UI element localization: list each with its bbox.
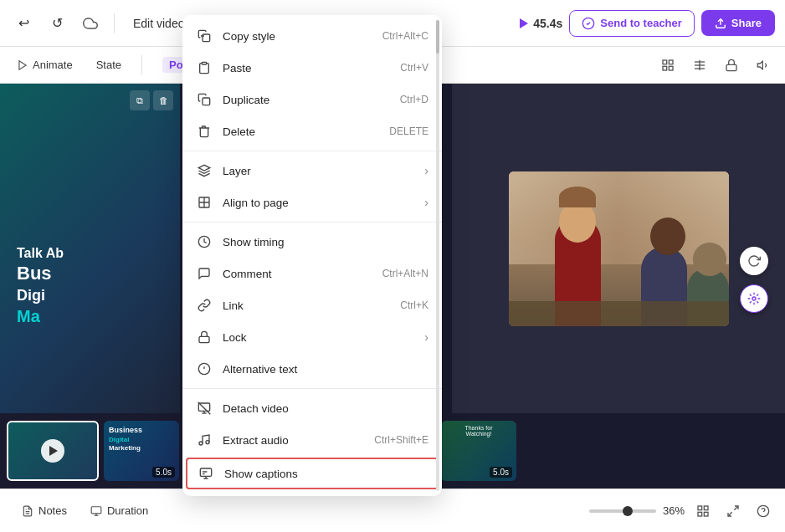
- rotate-button[interactable]: [740, 247, 768, 275]
- svg-rect-26: [698, 512, 702, 516]
- lock-arrow: ›: [424, 330, 428, 344]
- delete-icon: [196, 123, 213, 140]
- svg-rect-27: [704, 512, 708, 516]
- check-circle-icon: [582, 17, 595, 30]
- svg-rect-11: [669, 66, 673, 70]
- menu-link[interactable]: Link Ctrl+K: [182, 289, 442, 321]
- align-arrow: ›: [424, 196, 428, 209]
- toolbar-divider-1: [114, 13, 115, 33]
- video-area: [452, 84, 785, 413]
- grid-view-icon[interactable]: [691, 499, 715, 523]
- svg-marker-36: [198, 165, 209, 171]
- question-icon: [757, 504, 770, 518]
- menu-divider-2: [182, 222, 442, 223]
- menu-detach-video[interactable]: Detach video: [182, 392, 442, 424]
- menu-copy-style[interactable]: Copy style Ctrl+Alt+C: [182, 20, 442, 52]
- svg-line-29: [728, 512, 732, 516]
- animate-button[interactable]: Animate: [10, 54, 80, 75]
- video-frame: [509, 171, 729, 326]
- menu-divider-1: [182, 151, 442, 151]
- expand-icon[interactable]: [721, 499, 745, 523]
- alt-text-icon: [196, 361, 213, 377]
- align-to-page-icon: [196, 194, 213, 211]
- menu-show-captions[interactable]: Show captions: [186, 458, 439, 489]
- menu-comment[interactable]: Comment Ctrl+Alt+N: [182, 258, 442, 289]
- lock-icon[interactable]: [720, 54, 743, 77]
- volume-icon[interactable]: [752, 54, 775, 77]
- svg-rect-41: [199, 336, 209, 342]
- menu-alt-text[interactable]: Alternative text: [182, 353, 442, 385]
- zoom-thumb: [623, 506, 633, 516]
- layer-icon: [196, 162, 213, 179]
- menu-align-to-page[interactable]: Align to page ›: [182, 187, 442, 218]
- paste-icon: [196, 59, 213, 76]
- svg-rect-9: [669, 60, 673, 64]
- svg-marker-17: [757, 61, 762, 69]
- svg-rect-8: [663, 60, 667, 64]
- zoom-control: 36%: [589, 504, 685, 517]
- menu-layer[interactable]: Layer ›: [182, 155, 442, 187]
- menu-scrollbar[interactable]: [436, 20, 439, 491]
- cloud-button[interactable]: [77, 10, 104, 37]
- timing-icon: [196, 233, 213, 250]
- undo-button[interactable]: ↩: [10, 10, 37, 37]
- svg-rect-16: [726, 64, 736, 70]
- align-icon[interactable]: [688, 54, 711, 77]
- menu-paste[interactable]: Paste Ctrl+V: [182, 52, 442, 84]
- share-button[interactable]: Share: [701, 10, 775, 36]
- svg-rect-24: [698, 506, 702, 510]
- grid-icon[interactable]: [656, 54, 680, 77]
- animate-icon: [17, 59, 28, 71]
- rotate-icon: [747, 254, 761, 268]
- redo-button[interactable]: ↺: [44, 10, 70, 37]
- svg-point-49: [199, 442, 203, 445]
- trash-icon[interactable]: 🗑: [153, 90, 173, 110]
- filmstrip-item-6[interactable]: Thanks forWatching! 5.0s: [441, 421, 516, 481]
- help-icon[interactable]: [752, 499, 775, 523]
- lock-menu-icon: [196, 329, 213, 345]
- context-menu: Copy style Ctrl+Alt+C Paste Ctrl+V Dupli…: [182, 15, 442, 496]
- svg-rect-21: [91, 506, 101, 513]
- copy-icon[interactable]: ⧉: [130, 90, 150, 110]
- menu-show-timing[interactable]: Show timing: [182, 226, 442, 258]
- svg-rect-25: [704, 506, 708, 510]
- send-to-teacher-button[interactable]: Send to teacher: [569, 10, 695, 37]
- duration-button[interactable]: Duration: [79, 498, 160, 524]
- toolbar-right: 45.4s Send to teacher Share: [520, 10, 775, 37]
- state-button[interactable]: State: [90, 54, 128, 75]
- filmstrip-item-2[interactable]: Business Digital Marketing 5.0s: [104, 421, 179, 481]
- grid-icon: [696, 504, 710, 518]
- slide-text: Talk Ab Bus Digi Ma: [17, 245, 163, 328]
- link-icon: [196, 297, 213, 314]
- duration-icon: [90, 505, 102, 517]
- menu-divider-3: [182, 388, 442, 389]
- duplicate-icon: [196, 91, 213, 108]
- svg-rect-32: [203, 34, 210, 42]
- status-right: 36%: [589, 499, 775, 523]
- menu-scrollthumb: [436, 20, 439, 54]
- magic-button[interactable]: [740, 284, 768, 313]
- filmstrip-item-1[interactable]: [7, 421, 99, 481]
- svg-marker-7: [19, 60, 26, 69]
- menu-extract-audio[interactable]: Extract audio Ctrl+Shift+E: [182, 424, 442, 456]
- extract-audio-icon: [196, 432, 213, 448]
- film-label-6: 5.0s: [490, 467, 512, 478]
- zoom-slider[interactable]: [589, 509, 656, 513]
- svg-rect-35: [203, 98, 210, 105]
- timing-badge[interactable]: 45.4s: [520, 17, 562, 30]
- menu-lock[interactable]: Lock ›: [182, 321, 442, 353]
- fullscreen-icon: [726, 504, 740, 518]
- captions-icon: [198, 465, 214, 482]
- sparkle-icon: [747, 292, 761, 305]
- sec-divider: [141, 55, 142, 75]
- menu-delete[interactable]: Delete DELETE: [182, 115, 442, 147]
- notes-button[interactable]: Notes: [10, 498, 79, 524]
- play-icon: [520, 18, 528, 28]
- zoom-level: 36%: [663, 504, 685, 517]
- comment-icon: [196, 265, 213, 282]
- menu-duplicate[interactable]: Duplicate Ctrl+D: [182, 84, 442, 115]
- notes-icon: [22, 505, 33, 517]
- svg-line-28: [734, 506, 738, 510]
- detach-video-icon: [196, 400, 213, 417]
- play-overlay-1: [41, 439, 64, 463]
